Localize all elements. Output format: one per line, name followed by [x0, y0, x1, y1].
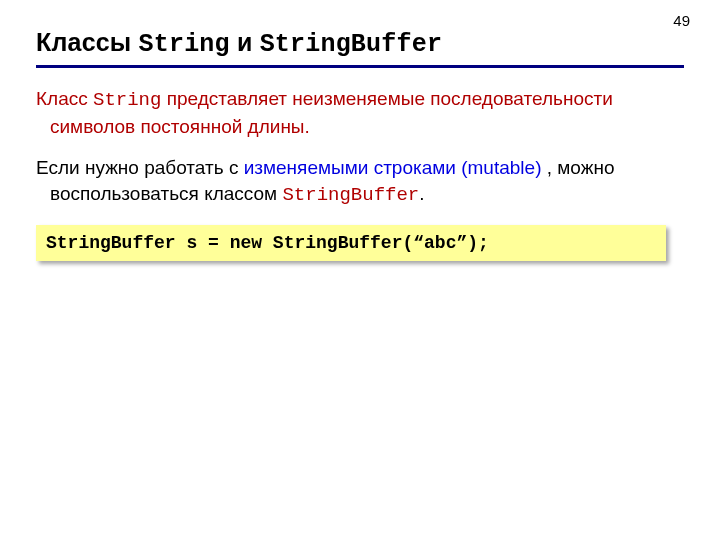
p2-t1: Если нужно работать с	[36, 157, 244, 178]
title-code-stringbuffer: StringBuffer	[260, 30, 442, 59]
p2-t3: .	[419, 183, 424, 204]
paragraph-string-description: Класс String представляет неизменяемые п…	[36, 86, 684, 139]
title-text-mid: и	[230, 28, 260, 56]
slide-title: Классы String и StringBuffer	[36, 28, 684, 59]
p2-code: StringBuffer	[282, 184, 419, 206]
title-code-string: String	[139, 30, 230, 59]
p1-t1: Класс	[36, 88, 93, 109]
title-underline	[36, 65, 684, 68]
paragraph-stringbuffer-description: Если нужно работать с изменяемыми строка…	[36, 155, 684, 208]
page-number: 49	[673, 12, 690, 29]
p1-code: String	[93, 89, 161, 111]
slide: 49 Классы String и StringBuffer Класс St…	[0, 0, 720, 540]
title-text-prefix: Классы	[36, 28, 139, 56]
code-example-container: StringBuffer s = new StringBuffer(“abc”)…	[36, 225, 684, 261]
p2-mutable: изменяемыми строками (mutable)	[244, 157, 542, 178]
code-example: StringBuffer s = new StringBuffer(“abc”)…	[36, 225, 666, 261]
